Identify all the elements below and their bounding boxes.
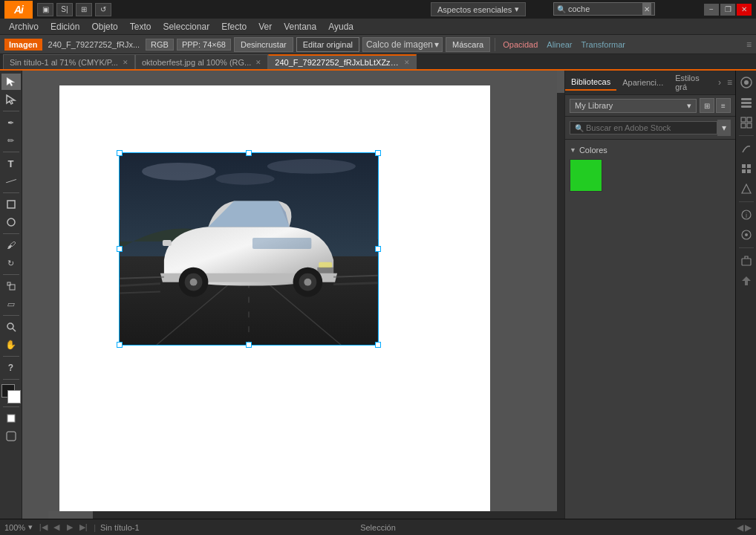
svg-marker-1 [7, 95, 15, 104]
menu-seleccionar[interactable]: Seleccionar [157, 20, 215, 33]
search-input[interactable] [568, 4, 642, 13]
handle-ml[interactable] [117, 246, 123, 252]
transformar-link[interactable]: Transformar [579, 40, 629, 49]
menu-archivo[interactable]: Archivo [3, 20, 45, 33]
title-icon-4: ↺ [95, 3, 111, 16]
zoom-level: 100% [4, 523, 25, 532]
strip-brushes-btn[interactable] [737, 140, 755, 158]
tab-2-close[interactable]: ✕ [404, 59, 410, 66]
green-color-swatch[interactable] [570, 159, 602, 192]
ai-logo: Ai [4, 1, 33, 19]
colors-expand-icon[interactable]: ▼ [570, 146, 576, 154]
tab-1-close[interactable]: ✕ [255, 59, 261, 66]
zoom-tool[interactable] [1, 319, 21, 335]
strip-symbols-btn[interactable] [737, 180, 755, 198]
tab-2[interactable]: 240_F_79227252_fRJxLbLtXZzw2D2tyyuMI4i58… [268, 54, 417, 69]
strip-share-btn[interactable] [737, 272, 755, 290]
panel-menu-icon[interactable]: ≡ [724, 74, 735, 91]
handle-tr[interactable] [375, 150, 381, 156]
tab-1[interactable]: oktoberfest.jpg al 100% (RG... ✕ [135, 54, 268, 69]
scroll-thumb-horizontal[interactable] [48, 511, 93, 519]
calco-dropdown[interactable]: Calco de imagen ▾ [362, 37, 443, 52]
scale-tool[interactable] [1, 278, 21, 294]
strip-color-btn[interactable] [737, 74, 755, 91]
nav-next-btn[interactable]: ▶ [64, 522, 76, 534]
paintbrush-tool[interactable]: 🖌 [1, 237, 21, 253]
help-tool[interactable]: ? [1, 360, 21, 376]
selected-image[interactable] [119, 152, 379, 346]
workspace-label: Aspectos esenciales [437, 5, 512, 14]
panel-tab-estilos[interactable]: Estilos grá [669, 71, 715, 94]
close-button[interactable]: ✕ [737, 4, 752, 16]
pencil-tool[interactable]: ✏ [1, 132, 21, 149]
pen-tool[interactable]: ✒ [1, 114, 21, 131]
nav-last-btn[interactable]: ▶| [77, 522, 89, 534]
nav-prev-btn[interactable]: ◀ [50, 522, 62, 534]
scroll-thumb-vertical[interactable] [557, 71, 564, 93]
panel-tab-bibliotecas[interactable]: Bibliotecas [565, 74, 616, 91]
tab-0[interactable]: Sin título-1 al 71% (CMYK/P... ✕ [3, 54, 135, 69]
editar-original-button[interactable]: Editar original [296, 37, 359, 52]
rectangle-tool[interactable] [1, 196, 21, 213]
library-dropdown-label: My Library [575, 101, 613, 110]
menu-ventana[interactable]: Ventana [278, 20, 322, 33]
menu-texto[interactable]: Texto [124, 20, 157, 33]
minimize-button[interactable]: − [704, 4, 719, 16]
menu-edicion[interactable]: Edición [45, 20, 85, 33]
rotate-tool[interactable]: ↻ [1, 255, 21, 271]
bottom-scrollbar[interactable] [48, 511, 564, 519]
selection-tool[interactable] [1, 74, 21, 90]
workspace-selector[interactable]: Aspectos esenciales ▾ [431, 2, 526, 16]
svg-point-3 [7, 218, 15, 226]
mascara-button[interactable]: Máscara [446, 37, 490, 52]
strip-export-btn[interactable] [737, 252, 755, 270]
alinear-link[interactable]: Alinear [544, 40, 575, 49]
direct-selection-tool[interactable] [1, 91, 21, 108]
screen-mode-btn[interactable] [1, 428, 21, 444]
library-dropdown[interactable]: My Library ▾ [570, 99, 697, 113]
strip-swatches-btn[interactable] [737, 160, 755, 178]
bottom-left-btn[interactable]: ◀ [737, 522, 743, 533]
shear-tool[interactable]: ▭ [0, 296, 22, 312]
toolbar-options-icon[interactable]: ≡ [746, 39, 752, 50]
handle-tc[interactable] [246, 150, 252, 156]
line-tool[interactable]: ╱ [0, 169, 23, 194]
library-search-dropdown[interactable]: ▾ [717, 120, 731, 136]
hand-tool[interactable]: ✋ [1, 337, 21, 353]
restore-button[interactable]: ❐ [720, 4, 735, 16]
panel-tabs-arrow[interactable]: › [715, 74, 724, 91]
handle-br[interactable] [375, 342, 381, 348]
desincrustar-button[interactable]: Desincrustar [234, 37, 293, 52]
strip-appearance-btn[interactable] [737, 226, 755, 244]
menu-ayuda[interactable]: Ayuda [322, 20, 359, 33]
handle-bc[interactable] [246, 342, 252, 348]
right-scrollbar[interactable] [557, 71, 564, 519]
svg-rect-39 [742, 164, 746, 168]
bottom-right-btn[interactable]: ▶ [745, 522, 752, 533]
tab-0-close[interactable]: ✕ [123, 59, 128, 66]
strip-info-btn[interactable]: i [737, 206, 755, 224]
stroke-color-box[interactable] [7, 390, 21, 403]
strip-artboards-btn[interactable] [737, 114, 755, 132]
opacidad-link[interactable]: Opacidad [500, 40, 541, 49]
title-bar: Ai ▣ S| ⊞ ↺ Aspectos esenciales ▾ 🔍 ✕ − … [0, 0, 756, 19]
colors-section: ▼ Colores [565, 140, 735, 198]
strip-layers-btn[interactable] [737, 94, 755, 111]
library-grid-view[interactable]: ⊞ [700, 98, 714, 113]
handle-tl[interactable] [117, 150, 123, 156]
tab-2-label: 240_F_79227252_fRJxLbLtXZzw2D2tyyuMI4i58… [275, 58, 400, 67]
ellipse-tool[interactable] [1, 214, 21, 230]
library-search-input[interactable] [586, 123, 712, 132]
normal-mode-btn[interactable] [1, 410, 21, 427]
menu-ver[interactable]: Ver [252, 20, 278, 33]
menu-objeto[interactable]: Objeto [85, 20, 123, 33]
search-clear-button[interactable]: ✕ [642, 3, 651, 15]
panel-tab-apariencia[interactable]: Aparienci... [616, 75, 669, 90]
nav-first-btn[interactable]: |◀ [37, 522, 49, 534]
menu-efecto[interactable]: Efecto [215, 20, 252, 33]
handle-mr[interactable] [375, 246, 381, 252]
handle-bl[interactable] [117, 342, 123, 348]
library-list-view[interactable]: ≡ [716, 98, 731, 113]
svg-rect-8 [7, 415, 15, 422]
canvas-area[interactable] [22, 71, 564, 535]
